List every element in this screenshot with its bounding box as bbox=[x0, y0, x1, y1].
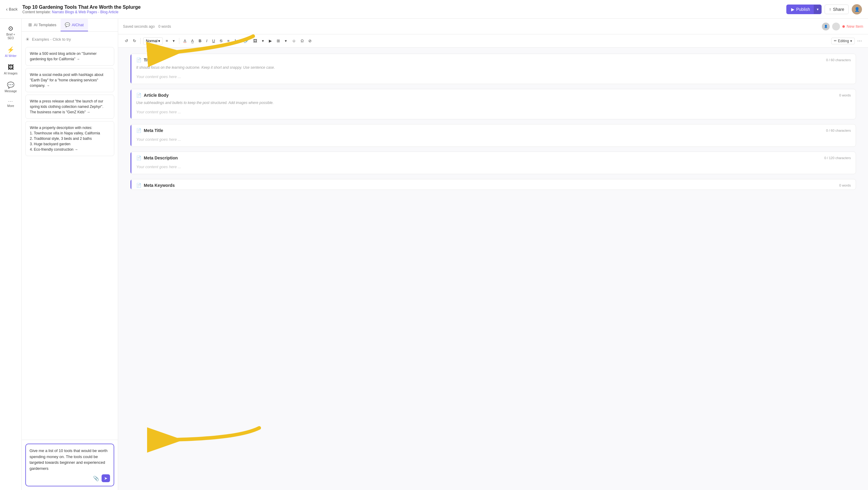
new-item-dot bbox=[842, 25, 845, 28]
meta-title-block-meta: 0 / 60 characters bbox=[826, 129, 851, 132]
sidebar-item-label-brief-seo: Brief + SEO bbox=[4, 33, 18, 40]
bullet-list-button[interactable]: ≡ bbox=[225, 37, 231, 44]
underline-button[interactable]: U bbox=[210, 37, 217, 44]
publish-icon: ▶ bbox=[791, 7, 795, 12]
example-card-2-text: Write a social media post with hashtags … bbox=[30, 73, 103, 88]
link-button[interactable]: 🔗 bbox=[242, 37, 250, 44]
user-avatar[interactable]: 👤 bbox=[852, 4, 862, 14]
meta-title-block-label: Meta Title bbox=[144, 128, 163, 133]
sidebar-icons: ⊙ Brief + SEO ⚡ AI Writer 🖼 AI Images 💬 … bbox=[0, 19, 22, 490]
meta-kw-block-label: Meta Keywords bbox=[144, 183, 175, 188]
image-button[interactable]: 🖼 bbox=[251, 37, 259, 44]
title-block-icon: 📄 bbox=[136, 58, 141, 62]
new-item-button[interactable]: New Item bbox=[842, 24, 863, 29]
play-button[interactable]: ▶ bbox=[267, 37, 274, 44]
sidebar-item-ai-images[interactable]: 🖼 AI Images bbox=[2, 61, 20, 78]
article-body-block-label: Article Body bbox=[144, 93, 168, 98]
title-block-input[interactable]: Your content goes here ... bbox=[130, 72, 856, 84]
redo-button[interactable]: ↻ bbox=[131, 37, 138, 44]
new-item-label: New Item bbox=[846, 24, 863, 29]
editing-label: Editing bbox=[838, 39, 849, 43]
more-options-button[interactable]: ⋯ bbox=[856, 37, 863, 45]
toolbar-right: 👤 New Item bbox=[822, 23, 863, 30]
clear-format-button[interactable]: ⊘ bbox=[307, 37, 313, 44]
sidebar-item-ai-writer[interactable]: ⚡ AI Writer bbox=[2, 44, 20, 60]
align-dropdown-button[interactable]: ▾ bbox=[171, 37, 177, 44]
title-block-title: 📄 Title bbox=[136, 58, 153, 62]
tab-ai-templates-label: AI Templates bbox=[34, 23, 56, 27]
word-count: 0 words bbox=[158, 24, 171, 29]
example-card-2[interactable]: Write a social media post with hashtags … bbox=[25, 68, 114, 92]
meta-desc-block-header: 📄 Meta Description 0 / 120 characters bbox=[130, 152, 856, 162]
meta-desc-block-input[interactable]: Your content goes here ... bbox=[130, 162, 856, 174]
example-card-3[interactable]: Write a press release about "the launch … bbox=[25, 95, 114, 119]
meta-desc-block-label: Meta Description bbox=[144, 155, 178, 160]
separator-1 bbox=[141, 38, 141, 44]
template-link[interactable]: Narrato Blogs & Web Pages - Blog Article bbox=[52, 10, 119, 14]
numbered-list-button[interactable]: 1≡ bbox=[233, 37, 241, 44]
align-button[interactable]: ≡ bbox=[164, 37, 170, 44]
text-color-button[interactable]: A bbox=[182, 37, 188, 44]
content-block-article-body: 📄 Article Body 0 words Use subheadings a… bbox=[130, 89, 856, 119]
tab-aichat-label: AIChat bbox=[72, 23, 84, 27]
meta-kw-block-title: 📄 Meta Keywords bbox=[136, 183, 175, 188]
emoji-button[interactable]: ☺ bbox=[290, 37, 298, 44]
article-body-block-input[interactable]: Your content goes here ... bbox=[130, 107, 856, 119]
collab-avatar-2 bbox=[832, 23, 840, 30]
sidebar-item-brief-seo[interactable]: ⊙ Brief + SEO bbox=[2, 22, 20, 42]
meta-desc-block-meta: 0 / 120 characters bbox=[824, 156, 851, 160]
chat-input-text[interactable]: Give me a list of 10 tools that would be… bbox=[30, 448, 110, 472]
table-dropdown-button[interactable]: ▾ bbox=[283, 37, 289, 44]
meta-desc-block-title: 📄 Meta Description bbox=[136, 155, 178, 160]
tab-ai-templates[interactable]: ⊞ AI Templates bbox=[24, 19, 61, 31]
bold-button[interactable]: B bbox=[197, 37, 203, 44]
back-arrow-icon: ‹ bbox=[6, 7, 7, 12]
sidebar-item-more[interactable]: ··· More bbox=[2, 97, 20, 110]
separator-2 bbox=[179, 38, 179, 44]
publish-button[interactable]: ▶ Publish ▾ bbox=[786, 4, 822, 14]
main-area: ⊙ Brief + SEO ⚡ AI Writer 🖼 AI Images 💬 … bbox=[0, 19, 868, 490]
editing-badge[interactable]: ✏ Editing ▾ bbox=[831, 38, 855, 44]
brief-seo-icon: ⊙ bbox=[8, 25, 13, 32]
saved-status: Saved seconds ago bbox=[123, 24, 155, 29]
italic-button[interactable]: I bbox=[204, 37, 209, 44]
example-card-4[interactable]: Write a property description with notes:… bbox=[25, 121, 114, 156]
tab-aichat[interactable]: 💬 AIChat bbox=[61, 19, 88, 31]
back-label: Back bbox=[9, 7, 18, 11]
example-card-4-text: Write a property description with notes:… bbox=[30, 126, 100, 152]
app-root: ‹ Back Top 10 Gardening Tools That Are W… bbox=[0, 0, 868, 490]
example-card-1[interactable]: Write a 500 word blog article on "Summer… bbox=[25, 47, 114, 66]
ai-writer-icon: ⚡ bbox=[7, 46, 14, 53]
example-card-1-text: Write a 500 word blog article on "Summer… bbox=[30, 52, 96, 61]
message-icon: 💬 bbox=[7, 81, 14, 89]
strikethrough-button[interactable]: S bbox=[218, 37, 224, 44]
publish-dropdown-arrow[interactable]: ▾ bbox=[814, 5, 822, 14]
undo-button[interactable]: ↺ bbox=[123, 37, 130, 44]
send-button[interactable]: ➤ bbox=[101, 474, 110, 482]
attach-button[interactable]: 📎 bbox=[93, 474, 99, 482]
style-dropdown[interactable]: Normal ▾ bbox=[143, 37, 163, 44]
examples-header-label: Examples - Click to try bbox=[32, 37, 71, 41]
title-block-header: 📄 Title 0 / 60 characters bbox=[130, 54, 856, 64]
share-button[interactable]: ↑ Share bbox=[825, 4, 849, 14]
special-chars-button[interactable]: Ω bbox=[299, 37, 306, 44]
editor-content: 📄 Title 0 / 60 characters It should focu… bbox=[118, 48, 868, 490]
style-label: Normal bbox=[146, 39, 158, 43]
table-button[interactable]: ⊞ bbox=[275, 37, 282, 44]
title-block-hint: It should focus on the learning outcome.… bbox=[130, 64, 856, 72]
back-button[interactable]: ‹ Back bbox=[6, 7, 18, 12]
highlight-button[interactable]: A̲ bbox=[189, 37, 195, 44]
meta-desc-block-icon: 📄 bbox=[136, 155, 141, 160]
sidebar-item-label-ai-writer: AI Writer bbox=[5, 54, 17, 58]
sun-icon: ☀ bbox=[25, 36, 30, 42]
sidebar-item-message[interactable]: 💬 Message bbox=[2, 79, 20, 95]
format-toolbar: ↺ ↻ Normal ▾ ≡ ▾ A A̲ B I U S ≡ 1≡ 🔗 🖼 bbox=[118, 34, 868, 48]
image-dropdown-button[interactable]: ▾ bbox=[260, 37, 266, 44]
meta-title-block-input[interactable]: Your content goes here ... bbox=[130, 135, 856, 147]
editing-dropdown-chevron: ▾ bbox=[850, 39, 852, 43]
collab-avatar-1: 👤 bbox=[822, 23, 830, 30]
chat-input-box[interactable]: Give me a list of 10 tools that would be… bbox=[25, 443, 114, 486]
share-icon: ↑ bbox=[829, 7, 831, 12]
chat-input-container: Give me a list of 10 tools that would be… bbox=[22, 440, 118, 490]
title-block-meta: 0 / 60 characters bbox=[826, 58, 851, 62]
